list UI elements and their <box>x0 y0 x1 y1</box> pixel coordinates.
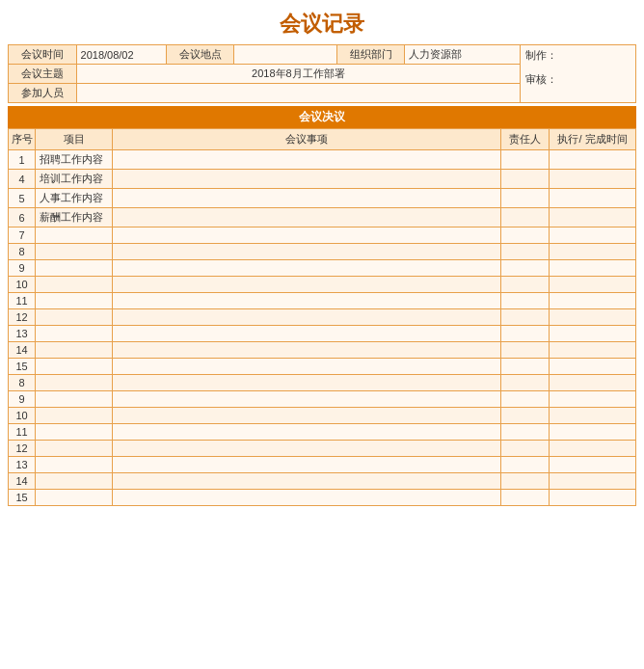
cell-seq: 9 <box>9 391 36 408</box>
cell-owner <box>501 359 550 375</box>
table-row: 8 <box>9 244 636 260</box>
cell-meeting-item <box>113 359 501 375</box>
cell-seq: 13 <box>9 457 36 473</box>
cell-meeting-item <box>113 391 501 408</box>
cell-exec-time <box>550 326 636 342</box>
cell-item <box>36 391 113 408</box>
cell-item <box>36 260 113 277</box>
cell-exec-time <box>550 375 636 391</box>
cell-meeting-item <box>113 260 501 277</box>
cell-owner <box>501 473 550 490</box>
cell-owner <box>501 457 550 473</box>
cell-seq: 15 <box>9 359 36 375</box>
cell-owner <box>501 326 550 342</box>
cell-exec-time <box>550 309 636 326</box>
cell-item <box>36 457 113 473</box>
header-meeting-item: 会议事项 <box>113 129 501 150</box>
cell-seq: 7 <box>9 227 36 244</box>
main-table: 序号 项目 会议事项 责任人 执行/ 完成时间 1招聘工作内容4培训工作内容5人… <box>8 128 636 506</box>
cell-owner <box>501 309 550 326</box>
table-row: 4培训工作内容 <box>9 170 636 189</box>
cell-seq: 8 <box>9 375 36 391</box>
cell-item <box>36 309 113 326</box>
cell-meeting-item <box>113 170 501 189</box>
cell-owner <box>501 441 550 457</box>
cell-item: 人事工作内容 <box>36 189 113 208</box>
header-item: 项目 <box>36 129 113 150</box>
cell-item: 薪酬工作内容 <box>36 208 113 227</box>
header-owner: 责任人 <box>501 129 550 150</box>
cell-owner <box>501 424 550 441</box>
cell-meeting-item <box>113 342 501 359</box>
cell-exec-time <box>550 391 636 408</box>
cell-exec-time <box>550 457 636 473</box>
cell-meeting-item <box>113 244 501 260</box>
org-dept-label: 组织部门 <box>336 45 405 65</box>
cell-seq: 15 <box>9 490 36 506</box>
cell-exec-time <box>550 260 636 277</box>
cell-owner <box>501 342 550 359</box>
cell-owner <box>501 208 550 227</box>
page-title: 会议记录 <box>8 6 636 44</box>
cell-item <box>36 375 113 391</box>
cell-exec-time <box>550 227 636 244</box>
cell-item <box>36 359 113 375</box>
cell-owner <box>501 375 550 391</box>
cell-exec-time <box>550 473 636 490</box>
cell-meeting-item <box>113 408 501 424</box>
cell-exec-time <box>550 189 636 208</box>
meeting-place-value <box>234 45 337 65</box>
cell-item <box>36 277 113 293</box>
meeting-place-label: 会议地点 <box>166 45 234 65</box>
topic-label: 会议主题 <box>9 65 77 84</box>
cell-item <box>36 424 113 441</box>
cell-meeting-item <box>113 457 501 473</box>
cell-meeting-item <box>113 375 501 391</box>
table-row: 1招聘工作内容 <box>9 150 636 170</box>
cell-exec-time <box>550 490 636 506</box>
cell-exec-time <box>550 150 636 170</box>
table-row: 7 <box>9 227 636 244</box>
table-row: 11 <box>9 424 636 441</box>
cell-owner <box>501 391 550 408</box>
cell-item <box>36 342 113 359</box>
cell-item: 招聘工作内容 <box>36 150 113 170</box>
cell-seq: 11 <box>9 293 36 309</box>
cell-meeting-item <box>113 309 501 326</box>
cell-owner <box>501 293 550 309</box>
cell-seq: 12 <box>9 441 36 457</box>
cell-owner <box>501 277 550 293</box>
cell-item: 培训工作内容 <box>36 170 113 189</box>
cell-exec-time <box>550 359 636 375</box>
cell-meeting-item <box>113 441 501 457</box>
cell-item <box>36 326 113 342</box>
cell-item <box>36 293 113 309</box>
cell-seq: 9 <box>9 260 36 277</box>
table-row: 6薪酬工作内容 <box>9 208 636 227</box>
right-top-label: 制作： <box>525 48 631 63</box>
table-row: 13 <box>9 457 636 473</box>
cell-seq: 14 <box>9 473 36 490</box>
cell-item <box>36 408 113 424</box>
cell-item <box>36 490 113 506</box>
topic-value: 2018年8月工作部署 <box>76 65 521 84</box>
table-row: 15 <box>9 359 636 375</box>
cell-owner <box>501 227 550 244</box>
cell-owner <box>501 189 550 208</box>
table-row: 9 <box>9 391 636 408</box>
header-exec-time: 执行/ 完成时间 <box>550 129 636 150</box>
section-title: 会议决议 <box>8 106 636 128</box>
cell-seq: 12 <box>9 309 36 326</box>
header-seq: 序号 <box>9 129 36 150</box>
cell-exec-time <box>550 170 636 189</box>
meeting-time-label: 会议时间 <box>9 45 77 65</box>
cell-seq: 10 <box>9 277 36 293</box>
table-row: 5人事工作内容 <box>9 189 636 208</box>
cell-exec-time <box>550 293 636 309</box>
cell-owner <box>501 490 550 506</box>
table-row: 14 <box>9 342 636 359</box>
cell-seq: 13 <box>9 326 36 342</box>
cell-meeting-item <box>113 208 501 227</box>
cell-exec-time <box>550 424 636 441</box>
cell-item <box>36 227 113 244</box>
